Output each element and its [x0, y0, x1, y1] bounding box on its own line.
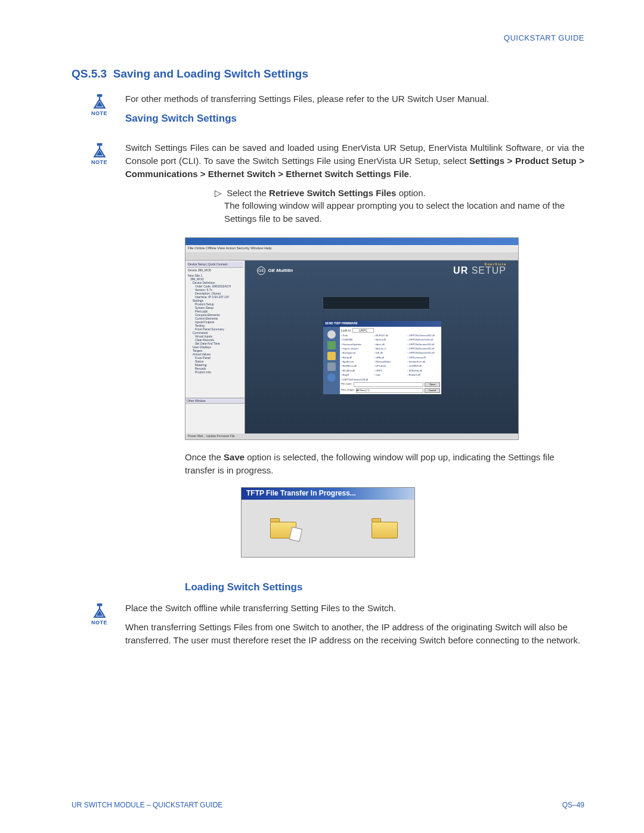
file-item[interactable]: ▫ libvtran_h: [374, 347, 407, 351]
device-image: [323, 296, 430, 309]
file-item[interactable]: ▫ UPLabels: [374, 364, 407, 368]
ge-logo: GE GE Multilin: [257, 264, 293, 275]
instruction-block: ▷ Select the Retrieve Switch Settings Fi…: [215, 187, 584, 225]
saving-heading: Saving Switch Settings: [125, 112, 584, 126]
svg-rect-8: [97, 603, 103, 606]
folder-dest-icon: [371, 518, 398, 538]
section-title: QS.5.3 Saving and Loading Switch Setting…: [72, 67, 584, 80]
file-item[interactable]: ▫ Background: [341, 351, 374, 355]
filetype-dropdown[interactable]: [356, 388, 423, 393]
filetype-label: Files of type:: [341, 388, 355, 393]
file-item[interactable]: ▫ ReleaseNotes: [374, 360, 407, 364]
file-item[interactable]: ▫ BCH247.dll: [374, 334, 407, 337]
file-item[interactable]: ▫ libvhal.dll: [374, 338, 407, 342]
note-icon: [92, 143, 107, 158]
note-label: NOTE: [91, 159, 107, 165]
file-item[interactable]: ▫ FirmwareUpdates: [341, 343, 374, 346]
window-titlebar: [185, 238, 518, 245]
filename-input[interactable]: [354, 382, 423, 387]
guide-header: QUICKSTART GUIDE: [72, 33, 584, 42]
tftp-dialog-title: TFTP File Transfer In Progress...: [242, 488, 414, 500]
file-item[interactable]: ▫ URPC: [374, 369, 407, 373]
loading-heading: Loading Switch Settings: [185, 581, 584, 593]
file-item[interactable]: ▫ URPCNsRussian501.dll: [407, 347, 440, 351]
lookin-row: Look in: URPC: [341, 328, 440, 333]
file-item[interactable]: ▫ URPCNsChinese501.dll: [407, 334, 440, 337]
ur-setup-logo: EnerVista UR SETUP: [453, 263, 506, 277]
file-item[interactable]: ▫ urpc: [374, 373, 407, 377]
file-item[interactable]: ▫ VendorScan.dll: [407, 360, 440, 364]
cancel-button[interactable]: Cancel: [425, 388, 440, 393]
file-item[interactable]: ▫ URPCNsGerman501.dll: [407, 343, 440, 346]
file-item[interactable]: ▫ libvnr.dll: [374, 343, 407, 346]
note-icon: [92, 603, 107, 618]
file-item[interactable]: ▫ lvdr.dll: [374, 351, 407, 355]
my-documents-icon[interactable]: [327, 352, 336, 360]
file-item[interactable]: ▫ C60V300: [341, 338, 374, 342]
loading-line1: Place the Switch offline while transferr…: [125, 602, 584, 615]
file-item[interactable]: ▫ urt10009.dll: [407, 364, 440, 368]
device-tree[interactable]: New Site 1399_MODDevice DefinitionOrder …: [187, 272, 243, 374]
file-item[interactable]: ▫ URPCNsFrench501.dll: [407, 338, 440, 342]
main-panel: GE GE Multilin EnerVista UR SETUP SEND T…: [245, 261, 518, 439]
file-item[interactable]: ▫ BtrxEfmt.dll: [341, 369, 374, 373]
loading-line2: When transferring Settings Files from on…: [125, 621, 584, 647]
file-item[interactable]: ▫ Bvgr8: [341, 373, 374, 377]
lookin-dropdown[interactable]: URPC: [352, 328, 374, 333]
device-selector[interactable]: Device 399_MOD: [187, 268, 243, 272]
file-list[interactable]: ▫ Data▫ BCH247.dll▫ URPCNsChinese501.dll…: [341, 334, 440, 382]
file-item[interactable]: ▫ Bdmp.dll: [341, 356, 374, 360]
bottom-panel-header: Other Window: [185, 398, 244, 404]
file-item[interactable]: ▫ olfBs.dll: [374, 356, 407, 360]
menubar[interactable]: File Online Offline View Action Security…: [185, 245, 518, 252]
left-panel: Device Setup | Quick Connect Device 399_…: [185, 261, 245, 439]
enervista-setup-window: File Online Offline View Action Security…: [185, 237, 519, 440]
folder-source-icon: [270, 518, 296, 538]
file-item[interactable]: ▫ Btnbork.dll: [407, 373, 440, 377]
status-bar: Power Wait... Update Firmware File: [185, 433, 518, 439]
left-tabs[interactable]: Device Setup | Quick Connect: [187, 262, 243, 268]
section-name: Saving and Loading Switch Settings: [113, 67, 308, 80]
filename-label: File name:: [341, 382, 352, 387]
intro-paragraph: For other methods of transferring Settin…: [125, 92, 584, 106]
saving-paragraph: Switch Settings Files can be saved and l…: [125, 141, 584, 180]
desktop-icon[interactable]: [327, 341, 336, 349]
file-item[interactable]: ▫ Import_shapes: [341, 347, 374, 351]
recent-folder-icon[interactable]: [327, 330, 336, 339]
file-item[interactable]: ▫ WSUrFtp.dll: [407, 369, 440, 373]
note-label: NOTE: [91, 110, 107, 116]
note-icon: [92, 94, 107, 109]
open-button[interactable]: Open: [425, 382, 440, 387]
file-item[interactable]: ▫ BgsEx.exe: [341, 360, 374, 364]
triangle-bullet-icon: ▷: [215, 187, 224, 200]
file-item[interactable]: ▫ URSummary.dll: [407, 356, 440, 360]
svg-rect-0: [97, 94, 103, 97]
tftp-progress-dialog: TFTP File Transfer In Progress...: [241, 487, 415, 558]
file-item[interactable]: ▫ Data: [341, 334, 374, 337]
toolbar[interactable]: [185, 252, 518, 261]
svg-rect-4: [97, 143, 103, 145]
file-open-dialog: SEND TIEP FIRMWARE Look in:: [323, 320, 442, 395]
note-label: NOTE: [91, 620, 107, 625]
dialog-sidebar[interactable]: [323, 327, 340, 394]
my-network-icon[interactable]: [327, 373, 336, 382]
post-screenshot-text: Once the Save option is selected, the fo…: [185, 451, 584, 477]
file-item[interactable]: ▫ URPCNsSpanish501.dll: [407, 351, 440, 355]
dialog-title: SEND TIEP FIRMWARE: [323, 321, 441, 327]
file-item[interactable]: ▫ BtnEffects.dll: [341, 364, 374, 368]
footer-left: UR SWITCH MODULE – QUICKSTART GUIDE: [72, 801, 222, 809]
section-number: QS.5.3: [72, 67, 107, 80]
footer-right: QS–49: [562, 801, 584, 809]
my-computer-icon[interactable]: [327, 363, 336, 371]
